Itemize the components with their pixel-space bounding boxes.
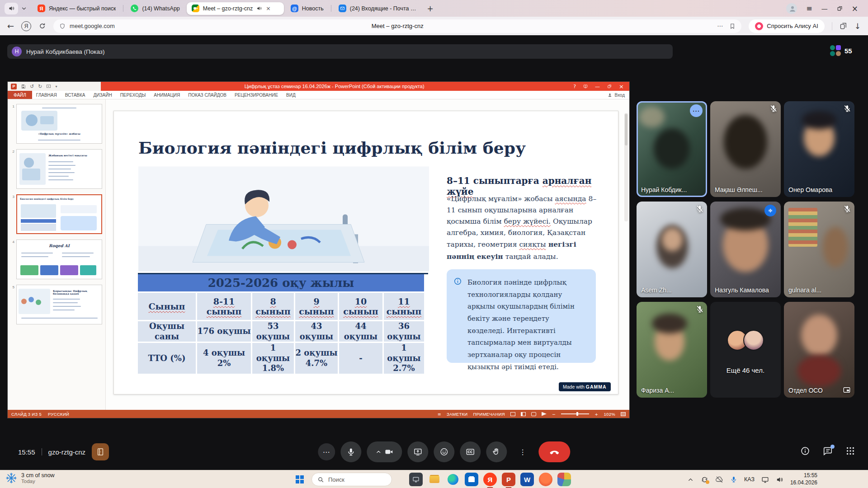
taskbar-edge[interactable] (446, 473, 460, 486)
notes-button[interactable]: ЗАМЕТКИ (447, 412, 468, 417)
tile-participant-6[interactable]: gulnara al... (784, 202, 854, 297)
ppt-help-button[interactable]: ? (573, 84, 576, 89)
tile-participant-4[interactable]: Asem Zh... (637, 202, 707, 297)
presenter-banner[interactable]: Н Нурай Кобдикбаева (Показ) (7, 44, 673, 59)
reload-button[interactable] (38, 22, 46, 30)
tray-hidden-icons-chevron[interactable] (687, 476, 694, 483)
ask-alice-button[interactable]: Спросить Алису AI (749, 19, 824, 33)
start-button[interactable] (293, 473, 307, 486)
site-security-icon[interactable] (59, 23, 66, 29)
url-more-icon[interactable]: ⋯ (717, 23, 723, 29)
tile-participant-2[interactable]: Мақаш Әлпеш... (710, 101, 781, 197)
ribbon-tab-design[interactable]: ДИЗАЙН (90, 91, 116, 99)
meeting-room-icon[interactable] (92, 443, 109, 460)
tile-participant-7[interactable]: Фариза А... (637, 302, 707, 398)
chevron-down-icon[interactable] (21, 5, 27, 12)
close-button[interactable]: × (852, 4, 858, 13)
profile-avatar[interactable] (786, 3, 797, 14)
end-call-button[interactable] (538, 441, 570, 462)
ppt-minimize-button[interactable]: — (595, 84, 600, 89)
tab-mailru-news[interactable]: @ Новость (286, 2, 329, 15)
taskbar-app-colorful-icon[interactable] (557, 473, 571, 486)
zoom-level[interactable]: 102% (604, 412, 616, 417)
taskbar-clock[interactable]: 15:55 16.04.2026 (790, 472, 817, 486)
taskbar-weather-widget[interactable]: 3 cm of snow Today (5, 472, 55, 484)
comments-button[interactable]: ПРИМЕЧАНИЯ (473, 412, 505, 417)
slide-thumbnail-3-selected[interactable]: 3 Биология пәніндегі цифрлық білім беру (10, 194, 102, 234)
view-slideshow-icon[interactable] (542, 412, 547, 416)
tab-audio-icon[interactable] (5, 3, 18, 14)
ribbon-tab-insert[interactable]: ВСТАВКА (61, 91, 90, 99)
ribbon-tab-home[interactable]: ГЛАВНАЯ (32, 91, 61, 99)
url-text[interactable]: meet.google.com (70, 23, 115, 29)
url-field[interactable]: meet.google.com Meet – gzo-rztg-cnz ⋯ (53, 19, 741, 33)
camera-button[interactable] (367, 441, 402, 462)
language-indicator[interactable]: РУССКИЙ (48, 412, 69, 417)
ppt-scrollbar[interactable] (624, 113, 628, 221)
qat-dropdown-icon[interactable]: ▾ (55, 84, 57, 89)
raise-hand-button[interactable] (486, 441, 507, 462)
ribbon-tab-slideshow[interactable]: ПОКАЗ СЛАЙДОВ (184, 91, 231, 99)
minimize-button[interactable]: — (821, 5, 828, 12)
notes-icon[interactable]: ≡ (438, 412, 441, 417)
taskbar-word[interactable]: W (520, 473, 534, 486)
ribbon-tab-transitions[interactable]: ПЕРЕХОДЫ (116, 91, 150, 99)
tab-list-control[interactable] (5, 3, 27, 14)
slide-illustration[interactable] (138, 166, 429, 272)
downloads-icon[interactable]: ↓ (854, 22, 861, 31)
taskbar-store[interactable] (465, 473, 478, 486)
fit-to-window-icon[interactable] (621, 412, 626, 416)
slide-thumbnail-2[interactable]: 2 Жобаның негізгі мақсаты (10, 149, 102, 189)
present-screen-button[interactable] (407, 441, 428, 462)
more-audio-options-button[interactable]: ⋯ (318, 443, 335, 460)
tab-meet-active[interactable]: Meet – gzo-rztg-cnz × (187, 2, 284, 15)
ribbon-tab-file[interactable]: ФАЙЛ (8, 91, 32, 99)
undo-icon[interactable]: ↺ (30, 84, 34, 89)
ppt-close-button[interactable]: × (619, 83, 624, 90)
reactions-button[interactable] (434, 441, 454, 462)
tile-menu-icon[interactable]: ⋯ (690, 104, 703, 117)
tab-yandex-search[interactable]: Я Яндекс — быстрый поиск (33, 2, 121, 15)
yandex-home-button[interactable]: Я (21, 21, 31, 31)
tile-participant-1[interactable]: ⋯ Нурай Кобдик... (637, 101, 707, 197)
ppt-restore-button[interactable] (607, 84, 612, 89)
ppt-ribbon-options-icon[interactable] (583, 84, 588, 89)
slide-thumbnail-5[interactable]: 5 Қорытынды: Цифрлық болашаққа қадам (10, 285, 102, 324)
tray-volume-icon[interactable] (776, 476, 783, 483)
chat-button[interactable] (823, 446, 833, 456)
zoom-in-icon[interactable]: + (594, 412, 598, 417)
save-icon[interactable] (21, 84, 26, 89)
tray-microphone-icon[interactable] (730, 476, 737, 483)
zoom-slider[interactable] (561, 413, 589, 414)
slide-info-box[interactable]: Биология пәнінде цифрлық технологияларды… (447, 269, 596, 363)
tab-mail-inbox[interactable]: (24) Входящие - Почта Ма (334, 2, 423, 15)
tray-onedrive-off-icon[interactable] (715, 475, 723, 483)
tab-close-icon[interactable]: × (266, 5, 270, 12)
slide-paragraph[interactable]: «Цифрлық мұғалім» жобасы аясында 8–11 сы… (447, 193, 598, 263)
picture-in-picture-icon[interactable] (843, 386, 851, 394)
more-options-button[interactable]: ⋮ (512, 441, 533, 462)
activities-grid-icon[interactable] (845, 446, 855, 456)
tile-participant-5[interactable]: Назгуль Камалова (710, 202, 781, 297)
new-tab-button[interactable]: + (425, 3, 436, 14)
slide-thumbnail-1[interactable]: 1 «Цифрлық мұғалім» жобасы (10, 104, 102, 144)
slide-canvas[interactable]: Биология пәніндегі цифрлық білім беру (113, 111, 618, 394)
taskbar-search[interactable]: Поиск (311, 473, 392, 486)
meeting-details-icon[interactable] (800, 446, 810, 456)
tray-sync-icon[interactable] (701, 476, 708, 483)
redo-icon[interactable]: ↻ (38, 84, 42, 89)
captions-button[interactable] (460, 441, 481, 462)
ribbon-tab-review[interactable]: РЕЦЕНЗИРОВАНИЕ (231, 91, 282, 99)
tile-more-participants[interactable]: Ещё 46 чел. (710, 302, 781, 398)
bookmark-icon[interactable] (729, 23, 736, 29)
taskbar-yandex-browser[interactable]: Я (483, 473, 497, 486)
taskbar-app-red-icon[interactable] (539, 473, 552, 486)
tile-participant-3[interactable]: Онер Омарова (784, 101, 854, 197)
view-sorter-icon[interactable] (521, 412, 526, 416)
collections-icon[interactable] (840, 22, 847, 30)
back-button[interactable]: ← (7, 21, 14, 31)
ribbon-tab-view[interactable]: ВИД (282, 91, 300, 99)
ribbon-tab-animations[interactable]: АНИМАЦИЯ (150, 91, 184, 99)
ppt-signin-button[interactable]: Вход (608, 91, 629, 99)
tab-whatsapp[interactable]: (14) WhatsApp (126, 2, 184, 15)
